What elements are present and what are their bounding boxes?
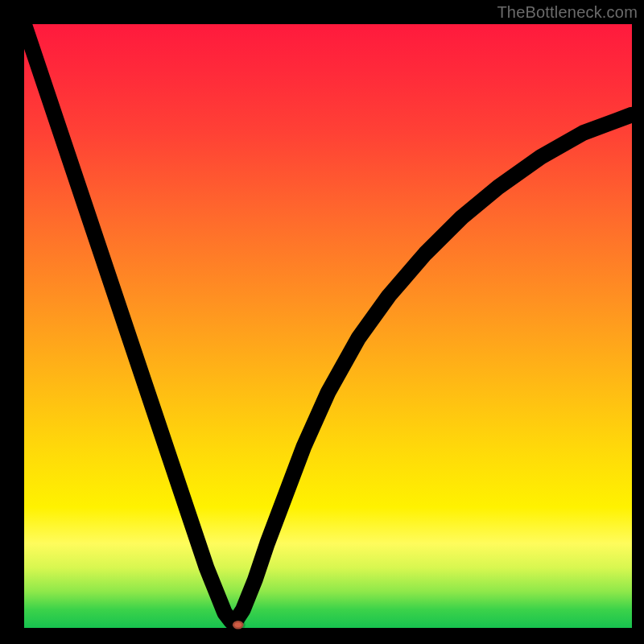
- curve-left-branch: [24, 24, 233, 624]
- plot-area: [24, 24, 632, 628]
- curve-right-branch: [233, 115, 632, 624]
- bottleneck-marker: [233, 621, 244, 630]
- curve-svg: [24, 24, 632, 628]
- watermark-text: TheBottleneck.com: [497, 3, 638, 22]
- chart-frame: TheBottleneck.com: [0, 0, 644, 644]
